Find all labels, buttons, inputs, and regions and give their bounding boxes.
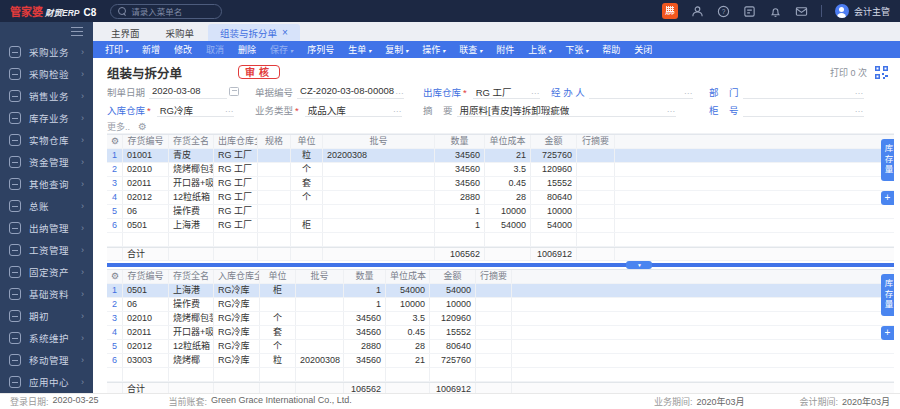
stock-panel-tab[interactable]: 库存量 (881, 274, 894, 316)
bell-icon[interactable] (769, 5, 782, 18)
cell[interactable]: 烧烤椰包装袋 (169, 312, 214, 325)
cell[interactable]: 3.5 (386, 312, 430, 325)
cell[interactable]: 54000 (531, 219, 577, 232)
tab-2[interactable]: 组装与拆分单× (208, 24, 300, 41)
cell[interactable]: 开口器+吸管 (169, 177, 214, 190)
panel-expand-plus-button[interactable]: + (881, 191, 894, 205)
row-number[interactable]: 2 (107, 163, 123, 176)
cell[interactable] (291, 205, 323, 218)
cell[interactable] (107, 368, 123, 381)
col-header-7[interactable]: 单位成本 (485, 135, 531, 148)
mail-icon[interactable] (795, 5, 808, 18)
cell[interactable]: 15552 (430, 326, 476, 339)
biz-type-input[interactable]: 成品入库 (305, 103, 393, 117)
toolbar-button-14[interactable]: 帮助 (602, 43, 620, 56)
row-number[interactable]: 6 (107, 219, 123, 232)
cell[interactable]: 粒 (260, 354, 296, 367)
cell[interactable]: 开口器+吸管 (169, 326, 214, 339)
sidebar-item-13[interactable]: 系统维护› (0, 327, 93, 349)
sidebar-item-8[interactable]: 出纳管理› (0, 217, 93, 239)
sidebar-item-0[interactable]: 采购业务› (0, 41, 93, 63)
cell[interactable] (107, 233, 123, 246)
toolbar-button-7[interactable]: 生单▾ (348, 43, 371, 56)
cell[interactable] (577, 149, 615, 162)
cell[interactable] (296, 326, 344, 339)
cell[interactable] (296, 312, 344, 325)
row-number[interactable]: 2 (107, 298, 123, 311)
cabinet-no-input[interactable] (743, 103, 855, 117)
doc-date-input[interactable]: 2020-03-08 (149, 85, 227, 99)
cell[interactable]: RG冷库 (214, 340, 260, 353)
toolbar-button-15[interactable]: 关闭 (634, 43, 652, 56)
col-header-7[interactable]: 金额 (430, 270, 476, 283)
col-header-6[interactable]: 数量 (435, 135, 485, 148)
toolbar-button-12[interactable]: 上张▾ (528, 43, 551, 56)
lookup-button[interactable]: … (395, 85, 404, 99)
cell[interactable]: 20200308 (296, 354, 344, 367)
cell[interactable]: 02012 (123, 191, 169, 204)
app-qr-badge[interactable]: APP (662, 3, 678, 19)
cell[interactable]: 28 (386, 340, 430, 353)
table-row[interactable]: 402011开口器+吸管RG冷库套345600.4515552 (107, 326, 894, 340)
cell[interactable]: 54000 (430, 284, 476, 297)
cell[interactable]: 1 (435, 219, 485, 232)
cell[interactable] (323, 233, 435, 246)
cell[interactable]: 725760 (531, 149, 577, 162)
row-number[interactable]: 3 (107, 177, 123, 190)
col-header-0[interactable]: 存货编号 (123, 135, 169, 148)
sidebar-item-3[interactable]: 库存业务› (0, 107, 93, 129)
field-label[interactable]: 柜 号 (709, 103, 739, 117)
cell[interactable] (323, 163, 435, 176)
toolbar-button-1[interactable]: 新增 (142, 43, 160, 56)
cell[interactable]: 10000 (485, 205, 531, 218)
cell[interactable] (123, 368, 169, 381)
cell[interactable]: 02011 (123, 326, 169, 339)
cell[interactable]: 2880 (435, 191, 485, 204)
sidebar-item-9[interactable]: 工资管理› (0, 239, 93, 261)
cell[interactable]: 02010 (123, 163, 169, 176)
cell[interactable]: 20200308 (323, 149, 435, 162)
cell[interactable]: 个 (291, 163, 323, 176)
sidebar-item-1[interactable]: 采购检验› (0, 63, 93, 85)
handler-input[interactable] (589, 85, 684, 99)
lookup-button[interactable]: … (393, 103, 402, 117)
col-header-4[interactable]: 单位 (291, 135, 323, 148)
grid-settings-gear-icon[interactable]: ⚙ (107, 135, 123, 148)
field-label[interactable]: 入库仓库 (107, 103, 153, 117)
cell[interactable] (323, 191, 435, 204)
cell[interactable]: 青皮 (169, 149, 214, 162)
toolbar-button-9[interactable]: 操作▾ (422, 43, 445, 56)
row-number[interactable]: 1 (107, 149, 123, 162)
cell[interactable]: 06 (123, 298, 169, 311)
cell[interactable]: 15552 (531, 177, 577, 190)
table-row[interactable]: 506操作费RG 工厂11000010000 (107, 205, 894, 219)
cell[interactable] (323, 219, 435, 232)
table-row[interactable]: 60501上海港RG 工厂柜15400054000 (107, 219, 894, 233)
toolbar-button-6[interactable]: 序列号 (307, 43, 334, 56)
cell[interactable]: RG 工厂 (214, 191, 258, 204)
cell[interactable] (531, 233, 577, 246)
cell[interactable] (485, 233, 531, 246)
cell[interactable] (476, 326, 512, 339)
cell[interactable] (169, 233, 214, 246)
grid-settings-gear-icon[interactable]: ⚙ (107, 270, 123, 283)
global-search-input[interactable]: 请录入菜单名 (110, 4, 222, 19)
cell[interactable] (296, 340, 344, 353)
toolbar-button-4[interactable]: 删除 (238, 43, 256, 56)
cell[interactable]: 21 (485, 149, 531, 162)
cell[interactable] (577, 191, 615, 204)
cell[interactable]: RG 工厂 (214, 205, 258, 218)
row-number[interactable]: 6 (107, 354, 123, 367)
cell[interactable]: 10000 (430, 298, 476, 311)
cell[interactable]: 套 (291, 177, 323, 190)
cell[interactable] (260, 368, 296, 381)
lookup-button[interactable]: … (225, 103, 234, 117)
col-header-5[interactable]: 数量 (344, 270, 386, 283)
form-settings-gear-icon[interactable]: ⚙ (138, 121, 147, 132)
col-header-2[interactable]: 出库仓库全名 (214, 135, 258, 148)
cell[interactable]: RG冷库 (214, 354, 260, 367)
cell[interactable]: 34560 (435, 177, 485, 190)
toolbar-button-8[interactable]: 复制▾ (385, 43, 408, 56)
cell[interactable]: RG 工厂 (214, 219, 258, 232)
cell[interactable] (258, 205, 291, 218)
